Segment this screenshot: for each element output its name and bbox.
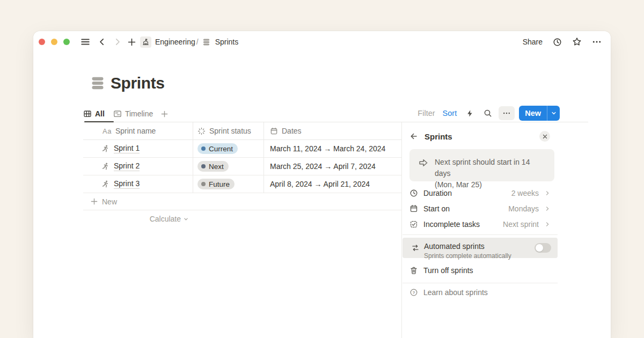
runner-icon xyxy=(101,180,109,188)
question-circle-icon: ? xyxy=(409,288,418,297)
status-tag-current[interactable]: Current xyxy=(197,143,238,154)
svg-text:?: ? xyxy=(413,290,415,295)
runner-icon xyxy=(101,162,109,171)
dates-cell[interactable]: March 11, 2024 → March 24, 2024 xyxy=(264,140,401,157)
panel-divider xyxy=(402,283,558,283)
clock-icon xyxy=(409,189,418,197)
page-title[interactable]: Sprints xyxy=(111,74,165,92)
share-button[interactable]: Share xyxy=(523,38,543,46)
updates-clock-icon[interactable] xyxy=(552,36,562,47)
view-toolbar: Filter Sort New xyxy=(418,105,560,121)
panel-close-button[interactable] xyxy=(539,131,550,142)
new-dropdown-button[interactable] xyxy=(547,106,560,121)
search-icon[interactable] xyxy=(482,108,493,119)
panel-title: Sprints xyxy=(425,132,533,141)
automated-sprints-toggle[interactable] xyxy=(535,243,551,253)
breadcrumb-workspace[interactable]: Engineering xyxy=(155,38,195,46)
dates-cell[interactable]: March 25, 2024 → April 7, 2024 xyxy=(264,158,401,175)
table-row[interactable]: Sprint 1 Current March 11, 2024 → March … xyxy=(83,140,401,158)
favorite-star-icon[interactable] xyxy=(572,36,582,47)
page-header: Sprints xyxy=(90,72,165,94)
status-dot xyxy=(201,182,206,186)
checkbox-icon xyxy=(409,220,418,229)
right-arrow-icon xyxy=(418,158,428,181)
table-row[interactable]: Sprint 3 Future April 8, 2024 → April 21… xyxy=(83,175,401,193)
notion-window: Engineering / Sprints Share xyxy=(33,31,611,338)
chevron-right-icon xyxy=(544,205,551,212)
view-options-ellipsis-button[interactable] xyxy=(499,106,515,120)
forward-button-icon[interactable] xyxy=(112,36,123,47)
database-icon xyxy=(201,36,212,47)
chevron-right-icon xyxy=(544,190,551,196)
status-tag-next[interactable]: Next xyxy=(197,161,229,172)
page-database-icon[interactable] xyxy=(90,76,105,91)
status-dot xyxy=(201,146,206,151)
window-topbar: Engineering / Sprints Share xyxy=(33,31,611,53)
column-header-dates[interactable]: Dates xyxy=(264,122,401,139)
workspace-building-icon[interactable] xyxy=(140,36,151,48)
sprints-table: Aa Sprint name Sprint status Dates xyxy=(83,122,401,210)
screenshot-stage: Engineering / Sprints Share xyxy=(0,0,644,338)
setting-row-start-on[interactable]: Start on Mondays xyxy=(402,201,558,216)
column-header-sprint-status[interactable]: Sprint status xyxy=(193,122,264,139)
repeat-icon xyxy=(411,244,420,252)
chevron-right-icon xyxy=(544,221,551,227)
breadcrumb-page[interactable]: Sprints xyxy=(215,38,239,46)
sidebar-toggle-icon[interactable] xyxy=(80,36,91,47)
table-row[interactable]: Sprint 2 Next March 25, 2024 → April 7, … xyxy=(83,158,401,175)
sprint-page-link[interactable]: Sprint 1 xyxy=(114,144,140,153)
view-tab-label: Timeline xyxy=(125,109,153,118)
new-button[interactable]: New xyxy=(519,106,547,121)
add-view-icon[interactable] xyxy=(159,108,170,119)
sprint-page-link[interactable]: Sprint 3 xyxy=(114,179,140,189)
sprint-page-link[interactable]: Sprint 2 xyxy=(114,161,140,171)
status-dot xyxy=(201,164,206,168)
setting-row-incomplete-tasks[interactable]: Incomplete tasks Next sprint xyxy=(402,216,558,232)
learn-about-sprints-link[interactable]: ? Learn about sprints xyxy=(402,285,558,300)
column-header-sprint-name[interactable]: Aa Sprint name xyxy=(83,122,193,139)
runner-icon xyxy=(101,144,109,153)
traffic-light-zoom[interactable] xyxy=(63,39,70,45)
panel-divider xyxy=(402,234,558,235)
view-tab-label: All xyxy=(95,109,105,118)
more-options-icon[interactable] xyxy=(591,36,602,47)
toggle-knob xyxy=(536,244,543,252)
new-page-plus-icon[interactable] xyxy=(126,36,137,47)
timeline-view-icon xyxy=(113,109,122,118)
panel-header: Sprints xyxy=(402,129,558,144)
panel-back-icon[interactable] xyxy=(409,132,418,141)
breadcrumb-separator: / xyxy=(196,38,199,46)
new-split-button: New xyxy=(519,106,560,121)
sprints-settings-panel: Sprints Next sprint should start in 14 d… xyxy=(401,122,611,338)
setting-row-duration[interactable]: Duration 2 weeks xyxy=(402,185,558,201)
traffic-light-close[interactable] xyxy=(39,39,45,45)
notice-text: Next sprint should start in 14 days(Mon,… xyxy=(435,157,547,181)
table-view-icon xyxy=(83,109,92,118)
text-property-icon: Aa xyxy=(103,127,112,135)
back-button-icon[interactable] xyxy=(97,36,107,47)
automations-bolt-icon[interactable] xyxy=(464,108,475,119)
status-property-icon xyxy=(197,127,206,135)
new-row-button[interactable]: New xyxy=(83,193,401,210)
calendar-icon xyxy=(409,204,418,213)
traffic-light-minimize[interactable] xyxy=(51,39,57,45)
trash-icon xyxy=(409,266,418,275)
calculate-button[interactable]: Calculate xyxy=(83,215,193,223)
sort-button[interactable]: Sort xyxy=(443,109,457,117)
window-controls xyxy=(39,39,70,45)
automated-sprints-row[interactable]: Automated sprints Sprints complete autom… xyxy=(402,238,558,258)
status-tag-future[interactable]: Future xyxy=(197,179,235,189)
next-sprint-notice: Next sprint should start in 14 days(Mon,… xyxy=(409,149,554,181)
table-header-row: Aa Sprint name Sprint status Dates xyxy=(83,122,401,140)
view-tab-timeline[interactable]: Timeline xyxy=(113,109,153,118)
turn-off-sprints-button[interactable]: Turn off sprints xyxy=(402,263,558,278)
view-tabs: All Timeline xyxy=(83,106,170,121)
calendar-property-icon xyxy=(270,127,278,135)
dates-cell[interactable]: April 8, 2024 → April 21, 2024 xyxy=(264,175,401,193)
filter-button[interactable]: Filter xyxy=(418,109,435,117)
view-tab-all[interactable]: All xyxy=(83,109,105,118)
